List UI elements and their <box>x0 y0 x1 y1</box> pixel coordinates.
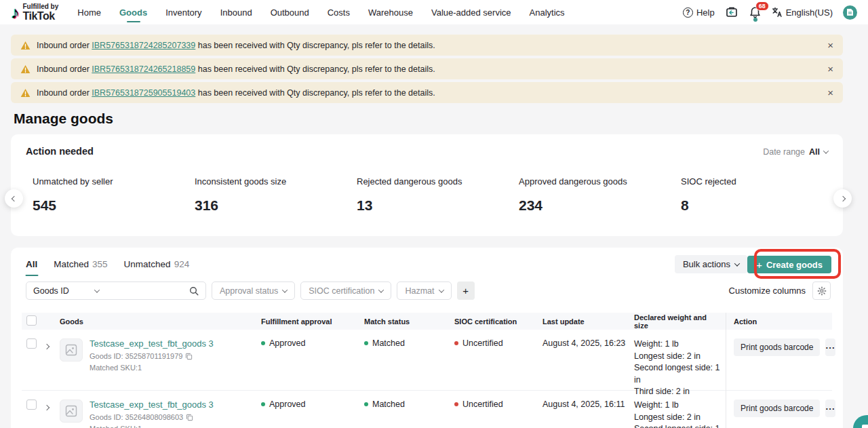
stat-approved-dangerous-goods[interactable]: Approved dangerous goods 234 <box>519 176 681 214</box>
last-update-cell: August 4, 2025, 16:11 <box>542 400 634 409</box>
status-dot-green <box>364 402 368 406</box>
goods-table: Goods Fulfillment approval Match status … <box>22 313 832 428</box>
nav-item-outbound[interactable]: Outbound <box>271 1 309 24</box>
nav-item-warehouse[interactable]: Warehouse <box>368 1 413 24</box>
alert-text: Inbound order IBR5765318724285207339 has… <box>37 41 435 50</box>
bulk-actions-button[interactable]: Bulk actions <box>675 255 747 273</box>
goods-cell: Testcase_exp_test_fbt_goods 3 Goods ID: … <box>60 400 261 428</box>
create-goods-label: Create goods <box>766 260 823 270</box>
carousel-left-button[interactable] <box>5 189 23 208</box>
stat-value: 8 <box>681 197 843 214</box>
goods-id-search[interactable]: Goods ID <box>26 281 206 300</box>
goods-name-link[interactable]: Testcase_exp_test_fbt_goods 3 <box>90 400 214 410</box>
return-package-icon <box>725 5 738 19</box>
chat-widget-button[interactable] <box>853 415 868 428</box>
goods-info: Testcase_exp_test_fbt_goods 3 Goods ID: … <box>90 400 214 428</box>
chevron-down-icon <box>734 260 740 266</box>
customize-columns-button[interactable] <box>812 281 831 300</box>
copy-icon[interactable] <box>186 414 193 421</box>
stat-label: Rejected dangerous goods <box>357 176 519 187</box>
stat-sioc-rejected[interactable]: SIOC rejected 8 <box>681 176 843 214</box>
search-field-select[interactable]: Goods ID <box>33 286 69 296</box>
inbound-order-link[interactable]: IBR5765318724285207339 <box>92 41 195 50</box>
nav-item-costs[interactable]: Costs <box>328 1 350 24</box>
declared-weight-size-cell: Weight: 1 lb Longest side: 2 in Second l… <box>634 400 726 428</box>
row-expand-button[interactable] <box>42 338 60 398</box>
goods-thumbnail[interactable] <box>60 338 83 362</box>
stat-label: Approved dangerous goods <box>519 176 681 187</box>
nav-item-analytics[interactable]: Analytics <box>530 1 565 24</box>
tab-count: 355 <box>92 259 108 269</box>
returns-button[interactable] <box>725 5 738 19</box>
inbound-order-link[interactable]: IBR5765318725905519403 <box>92 88 195 98</box>
account-avatar[interactable] <box>843 5 857 20</box>
stat-unmatched-by-seller[interactable]: Unmatched by seller 545 <box>33 176 195 214</box>
approval-status-filter[interactable]: Approval status <box>212 281 295 300</box>
nav-item-inventory[interactable]: Inventory <box>165 1 201 24</box>
stat-rejected-dangerous-goods[interactable]: Rejected dangerous goods 13 <box>357 176 519 214</box>
longest-side-line: Longest side: 2 in <box>634 412 726 424</box>
sioc-certification-cell: Uncertified <box>454 338 542 348</box>
print-goods-barcode-button[interactable]: Print goods barcode <box>734 338 820 356</box>
close-icon[interactable]: × <box>827 40 833 50</box>
stat-label: Inconsistent goods size <box>195 176 357 187</box>
matched-sku: Matched SKU:1 <box>90 364 214 372</box>
close-icon[interactable]: × <box>827 87 833 98</box>
sioc-status-text: Uncertified <box>462 400 503 409</box>
nav-item-inbound[interactable]: Inbound <box>220 1 252 24</box>
notifications-button[interactable]: 68 <box>749 6 762 19</box>
tab-matched[interactable]: Matched 355 <box>54 259 107 276</box>
copy-icon[interactable] <box>185 353 193 360</box>
match-status-text: Matched <box>372 338 405 348</box>
alert-prefix: Inbound order <box>37 41 92 50</box>
action-needed-title: Action needed <box>26 146 94 157</box>
sioc-certification-cell: Uncertified <box>454 400 542 409</box>
carousel-right-button[interactable] <box>833 189 852 208</box>
notification-badge: 68 <box>755 1 769 11</box>
tab-label: Unmatched <box>124 259 171 269</box>
select-all-checkbox[interactable] <box>26 315 37 326</box>
language-label: English(US) <box>786 7 833 18</box>
nav-item-goods[interactable]: Goods <box>119 1 147 24</box>
help-button[interactable]: ? Help <box>683 7 715 18</box>
goods-cell: Testcase_exp_test_fbt_goods 3 Goods ID: … <box>60 338 261 398</box>
row-checkbox[interactable] <box>26 338 37 349</box>
chevron-down-icon <box>94 287 100 292</box>
close-icon[interactable]: × <box>827 64 833 74</box>
create-goods-button[interactable]: + Create goods <box>747 256 831 273</box>
hazmat-filter[interactable]: Hazmat <box>397 281 451 300</box>
more-actions-button[interactable]: ··· <box>825 400 835 417</box>
last-update-cell: August 4, 2025, 16:23 <box>542 338 634 348</box>
tab-unmatched[interactable]: Unmatched 924 <box>124 259 190 276</box>
filter-row: Goods ID Approval status SIOC certificat… <box>26 281 475 300</box>
fbt-logo[interactable]: ♪ Fulfilled by TikTok <box>11 3 58 22</box>
weight-line: Weight: 1 lb <box>634 400 726 412</box>
alert-suffix: has been received with Qty discrepancy, … <box>195 64 435 74</box>
second-longest-side-line: Second longest side: 1 in <box>634 362 726 386</box>
inbound-order-link[interactable]: IBR5765318724265218859 <box>92 64 195 74</box>
customize-columns-label[interactable]: Customize columns <box>729 286 806 296</box>
language-selector[interactable]: English(US) <box>772 7 833 18</box>
date-range-dropdown[interactable]: Date range All <box>763 147 828 157</box>
tab-all[interactable]: All <box>26 259 37 276</box>
nav-item-value-added-service[interactable]: Value-added service <box>431 1 511 24</box>
more-actions-button[interactable]: ··· <box>825 338 835 356</box>
matched-sku: Matched SKU:1 <box>90 425 214 428</box>
image-placeholder-icon <box>65 405 77 417</box>
sioc-certification-filter[interactable]: SIOC certification <box>300 281 391 300</box>
goods-name-link[interactable]: Testcase_exp_test_fbt_goods 3 <box>90 338 214 349</box>
nav-item-home[interactable]: Home <box>77 1 101 24</box>
stat-value: 234 <box>519 197 681 214</box>
goods-thumbnail[interactable] <box>60 400 83 423</box>
goods-id-text: Goods ID: 35264808098603 <box>90 413 183 421</box>
row-expand-button[interactable] <box>42 400 60 428</box>
stats-row: Unmatched by seller 545 Inconsistent goo… <box>33 176 843 214</box>
translate-icon <box>772 7 783 18</box>
alert-banner: Inbound order IBR5765318725905519403 has… <box>11 82 843 103</box>
logo-text: Fulfilled by TikTok <box>23 3 59 22</box>
print-goods-barcode-button[interactable]: Print goods barcode <box>734 400 820 417</box>
add-filter-button[interactable]: + <box>457 281 475 300</box>
row-checkbox[interactable] <box>26 400 37 410</box>
stat-inconsistent-goods-size[interactable]: Inconsistent goods size 316 <box>195 176 357 214</box>
logo-tiktok: TikTok <box>23 11 59 22</box>
